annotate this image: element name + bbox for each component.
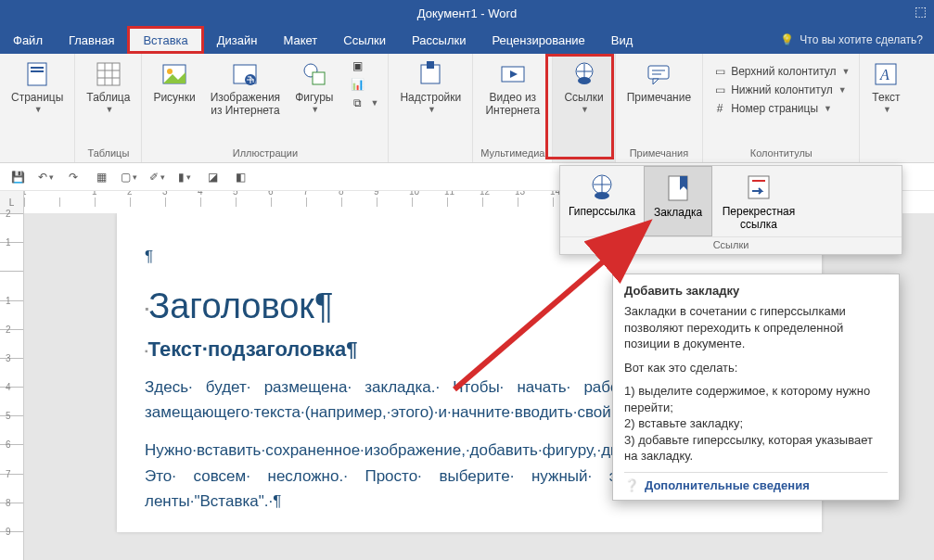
menu-design[interactable]: Дизайн bbox=[204, 26, 271, 54]
shapes-button[interactable]: Фигуры▼ bbox=[291, 57, 337, 116]
group-label-tables: Таблицы bbox=[87, 147, 129, 160]
pages-button[interactable]: Страницы▼ bbox=[7, 57, 67, 116]
tooltip-title: Добавить закладку bbox=[624, 284, 888, 298]
pictures-button[interactable]: Рисунки bbox=[149, 57, 198, 107]
online-pictures-button[interactable]: Изображения из Интернета bbox=[207, 57, 284, 120]
svg-point-9 bbox=[167, 69, 173, 74]
smartart-icon: ▣ bbox=[351, 58, 365, 73]
tooltip-more-link[interactable]: ❔ Дополнительные сведения bbox=[624, 472, 888, 492]
screenshot-button[interactable]: ⧉▼ bbox=[349, 95, 381, 111]
comment-button[interactable]: Примечание bbox=[623, 57, 695, 107]
shape-qat-icon[interactable]: ▢▾ bbox=[121, 169, 137, 185]
chart-button[interactable]: 📊 bbox=[349, 76, 367, 93]
ribbon-group-media: Видео из Интернета Мультимедиа bbox=[473, 54, 553, 162]
lightbulb-icon: 💡 bbox=[780, 33, 794, 46]
help-icon: ❔ bbox=[624, 478, 639, 492]
chevron-down-icon: ▼ bbox=[105, 105, 113, 114]
ribbon-group-pages: Страницы▼ bbox=[0, 54, 75, 162]
ribbon-group-headerfooter: ▭Верхний колонтитул▼ ▭Нижний колонтитул▼… bbox=[703, 54, 860, 162]
svg-point-27 bbox=[595, 192, 609, 199]
ribbon-group-links: Ссылки▼ bbox=[553, 54, 615, 162]
chevron-down-icon: ▼ bbox=[838, 85, 847, 95]
header-icon: ▭ bbox=[712, 64, 727, 79]
svg-marker-21 bbox=[653, 79, 659, 84]
page-icon bbox=[22, 59, 52, 89]
link-icon bbox=[569, 59, 599, 89]
chevron-down-icon: ▼ bbox=[824, 104, 832, 113]
table-button[interactable]: Таблица▼ bbox=[83, 57, 134, 116]
links-button[interactable]: Ссылки▼ bbox=[560, 57, 607, 116]
table-icon bbox=[94, 59, 123, 89]
footer-button[interactable]: ▭Нижний колонтитул▼ bbox=[710, 82, 849, 98]
comment-icon bbox=[644, 59, 673, 89]
pagenum-icon: # bbox=[712, 101, 727, 116]
svg-rect-3 bbox=[97, 63, 120, 85]
brush-icon[interactable]: ✐▾ bbox=[148, 169, 165, 185]
menu-view[interactable]: Вид bbox=[598, 26, 646, 54]
tell-me-label: Что вы хотите сделать? bbox=[800, 33, 923, 46]
menu-layout[interactable]: Макет bbox=[270, 26, 330, 54]
tooltip-step-1: 1) выделите содержимое, к которому нужно… bbox=[624, 383, 888, 415]
svg-rect-30 bbox=[748, 176, 769, 198]
group-label-comments: Примечания bbox=[630, 147, 689, 160]
page-number-button[interactable]: #Номер страницы▼ bbox=[710, 100, 834, 117]
addins-button[interactable]: Надстройки▼ bbox=[396, 57, 465, 116]
table-qat-icon[interactable]: ▦ bbox=[93, 169, 109, 185]
screenshot-icon: ⧉ bbox=[351, 95, 365, 110]
smartart-button[interactable]: ▣ bbox=[349, 57, 373, 74]
group-label-illustrations: Иллюстрации bbox=[233, 147, 298, 160]
vertical-ruler[interactable]: 21123456789 bbox=[0, 213, 24, 560]
menu-review[interactable]: Рецензирование bbox=[479, 26, 597, 54]
menu-bar: Файл Главная Вставка Дизайн Макет Ссылки… bbox=[0, 26, 934, 54]
crossref-button[interactable]: Перекрестная ссылка bbox=[712, 166, 805, 236]
header-button[interactable]: ▭Верхний колонтитул▼ bbox=[710, 63, 851, 80]
menu-insert[interactable]: Вставка bbox=[127, 26, 203, 54]
ribbon-display-options-icon[interactable]: ⬚ bbox=[915, 4, 927, 19]
links-dropdown-popup: Гиперссылка Закладка Перекрестная ссылка… bbox=[559, 165, 902, 255]
bookmark-icon bbox=[662, 172, 694, 204]
chevron-down-icon: ▼ bbox=[581, 105, 589, 114]
text-icon: A bbox=[871, 59, 901, 89]
chevron-down-icon: ▼ bbox=[371, 98, 379, 108]
bookmark-tooltip: Добавить закладку Закладки в сочетании с… bbox=[612, 274, 900, 501]
svg-point-19 bbox=[578, 77, 591, 84]
hyperlink-button[interactable]: Гиперссылка bbox=[560, 166, 644, 236]
group-label-media: Мультимедиа bbox=[480, 147, 544, 160]
highlight-icon[interactable]: ▮▾ bbox=[176, 169, 193, 185]
text-button[interactable]: A Текст▼ bbox=[867, 57, 904, 116]
svg-rect-15 bbox=[427, 61, 434, 69]
morph-icon[interactable]: ◧ bbox=[232, 169, 249, 185]
svg-rect-0 bbox=[28, 63, 46, 85]
svg-rect-2 bbox=[31, 70, 44, 72]
tooltip-howto-intro: Вот как это сделать: bbox=[624, 360, 888, 376]
ribbon-insert: Страницы▼ Таблица▼ Таблицы Рисунки Изобр… bbox=[0, 54, 934, 163]
online-video-button[interactable]: Видео из Интернета bbox=[481, 57, 544, 120]
chevron-down-icon: ▼ bbox=[34, 105, 43, 114]
svg-rect-1 bbox=[31, 67, 44, 69]
save-icon[interactable]: 💾 bbox=[9, 169, 26, 185]
tell-me-search[interactable]: 💡 Что вы хотите сделать? bbox=[769, 26, 934, 54]
chevron-down-icon: ▼ bbox=[842, 67, 851, 76]
addins-icon bbox=[416, 59, 445, 89]
menu-file[interactable]: Файл bbox=[0, 26, 56, 54]
popup-group-label: Ссылки bbox=[560, 237, 902, 254]
footer-icon: ▭ bbox=[712, 83, 727, 97]
title-bar: Документ1 - Word ⬚ bbox=[0, 0, 934, 26]
svg-text:A: A bbox=[879, 67, 889, 83]
chart-icon: 📊 bbox=[351, 77, 365, 92]
menu-mailings[interactable]: Рассылки bbox=[399, 26, 479, 54]
menu-home[interactable]: Главная bbox=[56, 26, 127, 54]
eraser-icon[interactable]: ◪ bbox=[204, 169, 221, 185]
ruler-corner: L bbox=[0, 191, 24, 213]
undo-icon[interactable]: ↶▾ bbox=[37, 169, 54, 185]
redo-icon[interactable]: ↷ bbox=[65, 169, 82, 185]
online-picture-icon bbox=[230, 59, 260, 89]
menu-references[interactable]: Ссылки bbox=[330, 26, 399, 54]
shapes-icon bbox=[300, 59, 329, 89]
picture-icon bbox=[160, 59, 189, 89]
ribbon-group-addins: Надстройки▼ bbox=[389, 54, 473, 162]
ribbon-group-tables: Таблица▼ Таблицы bbox=[75, 54, 142, 162]
tooltip-step-2: 2) вставьте закладку; bbox=[624, 415, 888, 432]
bookmark-button[interactable]: Закладка bbox=[644, 166, 712, 236]
ribbon-group-illustrations: Рисунки Изображения из Интернета Фигуры▼… bbox=[142, 54, 389, 162]
